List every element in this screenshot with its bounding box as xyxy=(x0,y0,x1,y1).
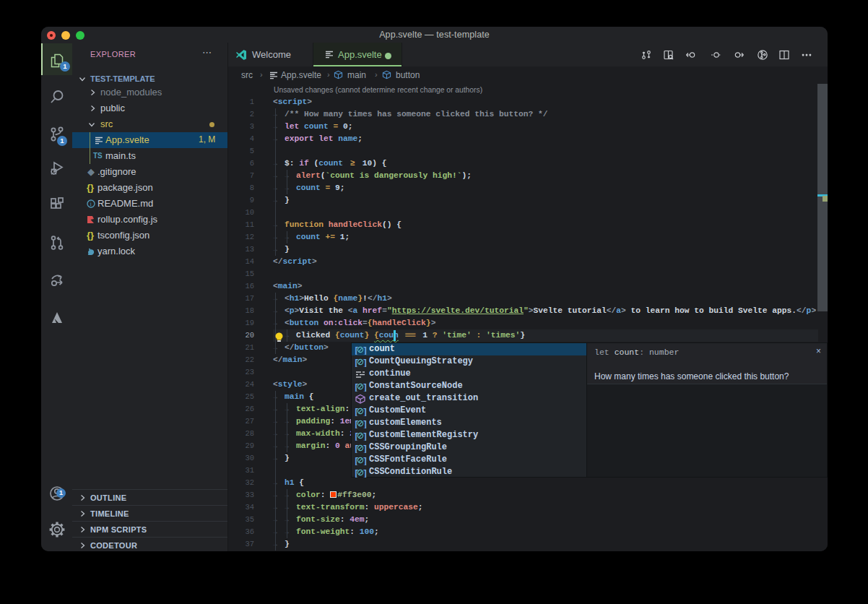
svg-text:[: [ xyxy=(354,358,359,367)
svg-text:[: [ xyxy=(354,382,359,392)
svg-text:[: [ xyxy=(354,419,359,428)
svg-text:[: [ xyxy=(354,456,359,465)
svg-text:[: [ xyxy=(354,407,359,416)
svg-text:i: i xyxy=(90,200,92,207)
svg-text:[: [ xyxy=(354,345,359,355)
svg-text:[: [ xyxy=(354,431,359,441)
svg-text:[: [ xyxy=(354,468,359,478)
svg-text:[: [ xyxy=(354,444,359,453)
